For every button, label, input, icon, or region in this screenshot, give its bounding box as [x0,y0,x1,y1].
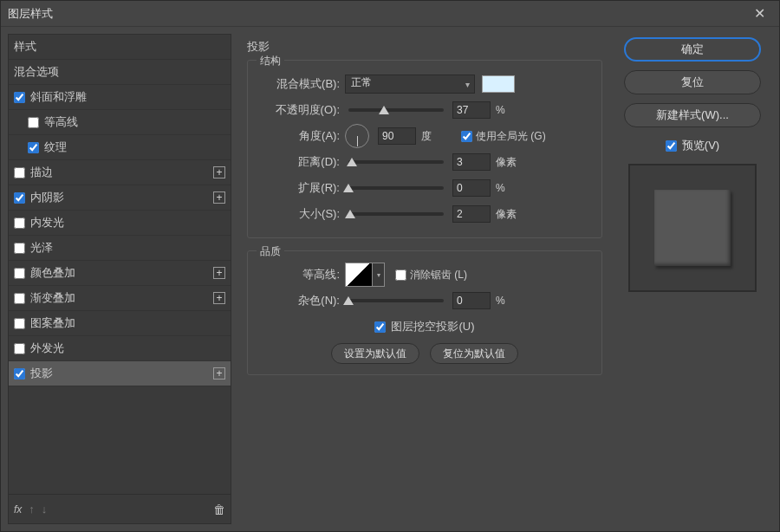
close-icon: ✕ [754,5,765,22]
quality-legend: 品质 [257,244,284,259]
item-label: 图案叠加 [30,315,75,331]
trash-icon[interactable]: 🗑 [213,503,225,516]
opacity-input[interactable] [452,101,491,119]
item-label: 颜色叠加 [30,265,75,281]
layer-style-dialog: 图层样式 ✕ 样式 混合选项 斜面和浮雕 等高线 纹理 描边+ 内阴影+ 内发光… [0,0,780,532]
cancel-button[interactable]: 复位 [624,70,761,94]
slider-thumb[interactable] [343,184,354,192]
opacity-unit: % [496,104,525,116]
item-label: 投影 [30,366,53,381]
checkbox[interactable] [666,140,677,152]
distance-slider[interactable] [348,160,444,164]
close-button[interactable]: ✕ [746,2,772,26]
checkbox[interactable] [14,368,25,380]
size-slider[interactable] [348,212,444,216]
plus-icon[interactable]: + [213,166,225,178]
checkbox[interactable] [14,92,25,103]
style-item-coloroverlay[interactable]: 颜色叠加+ [9,261,231,286]
checkbox[interactable] [461,131,472,142]
checkbox[interactable] [14,293,25,304]
opacity-label: 不透明度(O): [257,102,340,118]
slider-thumb[interactable] [345,210,355,218]
knockout-checkbox[interactable] [374,321,386,333]
set-default-button[interactable]: 设置为默认值 [331,343,419,364]
plus-icon[interactable]: + [213,191,225,204]
spread-label: 扩展(R): [257,180,340,196]
noise-label: 杂色(N): [257,293,340,308]
style-item-stroke[interactable]: 描边+ [9,160,231,185]
checkbox[interactable] [14,217,25,229]
slider-thumb[interactable] [379,106,389,114]
contour-picker[interactable]: ▾ [345,263,385,287]
slider-thumb[interactable] [347,158,357,166]
sidebar-header-blend[interactable]: 混合选项 [9,60,231,85]
distance-row: 距离(D): 像素 [257,149,593,175]
angle-unit: 度 [421,129,451,144]
checkbox[interactable] [14,268,25,279]
style-item-patternoverlay[interactable]: 图案叠加 [9,311,231,336]
spread-input[interactable] [452,179,491,197]
blend-mode-select[interactable]: 正常 ▾ [345,75,475,94]
antialias-checkbox[interactable]: 消除锯齿 (L) [395,268,467,282]
btn-label: 设置为默认值 [344,347,406,361]
style-item-bevel[interactable]: 斜面和浮雕 [9,85,231,110]
angle-dial[interactable] [345,124,369,148]
blend-mode-value: 正常 [345,75,475,94]
new-style-button[interactable]: 新建样式(W)... [624,103,761,127]
right-panel: 确定 复位 新建样式(W)... 预览(V) [618,34,772,524]
noise-unit: % [496,295,525,307]
opacity-slider[interactable] [348,108,444,112]
angle-label: 角度(A): [257,128,340,144]
reset-default-button[interactable]: 复位为默认值 [430,343,518,364]
spread-slider[interactable] [348,186,444,190]
checkbox[interactable] [14,167,25,178]
checkbox[interactable] [14,343,25,354]
btn-label: 复位为默认值 [443,347,505,361]
style-item-contour[interactable]: 等高线 [9,110,231,135]
global-light-checkbox[interactable]: 使用全局光 (G) [461,129,546,144]
checkbox[interactable] [28,117,39,128]
plus-icon[interactable]: + [213,367,225,380]
angle-input[interactable] [378,127,416,145]
arrow-up-icon[interactable]: ↑ [29,503,35,516]
plus-icon[interactable]: + [213,292,225,304]
noise-input[interactable] [452,292,491,309]
style-item-texture[interactable]: 纹理 [9,135,231,160]
distance-unit: 像素 [496,155,525,170]
distance-input[interactable] [452,153,491,171]
color-swatch[interactable] [482,75,515,93]
angle-hand [357,136,358,146]
checkbox[interactable] [14,318,25,329]
contour-swatch [345,263,373,287]
blend-mode-row: 混合模式(B): 正常 ▾ [257,71,593,97]
preview-checkbox[interactable]: 预览(V) [666,138,719,153]
btn-label: 新建样式(W)... [656,107,729,123]
knockout-label: 图层挖空投影(U) [391,319,474,334]
fx-icon[interactable]: fx [14,503,22,516]
titlebar: 图层样式 ✕ [1,1,779,27]
spread-unit: % [496,182,525,194]
item-label: 光泽 [30,240,53,256]
plus-icon[interactable]: + [213,267,225,279]
preview-label: 预览(V) [682,138,719,153]
checkbox[interactable] [28,142,39,153]
arrow-down-icon[interactable]: ↓ [42,503,48,516]
checkbox[interactable] [14,243,25,254]
size-row: 大小(S): 像素 [257,201,593,227]
ok-button[interactable]: 确定 [624,37,761,62]
checkbox[interactable] [14,192,25,204]
item-label: 斜面和浮雕 [30,89,87,105]
style-item-dropshadow[interactable]: 投影+ [9,361,231,386]
noise-slider[interactable] [348,299,444,302]
item-label: 纹理 [44,139,67,155]
size-input[interactable] [452,205,491,223]
sidebar-header-style[interactable]: 样式 [9,35,231,60]
slider-thumb[interactable] [343,296,354,305]
style-item-satin[interactable]: 光泽 [9,236,231,261]
style-item-outerglow[interactable]: 外发光 [9,336,231,361]
style-item-gradientoverlay[interactable]: 渐变叠加+ [9,286,231,311]
checkbox[interactable] [395,269,406,281]
style-item-innerglow[interactable]: 内发光 [9,211,231,236]
style-item-innershadow[interactable]: 内阴影+ [9,185,231,211]
noise-row: 杂色(N): % [257,288,593,314]
